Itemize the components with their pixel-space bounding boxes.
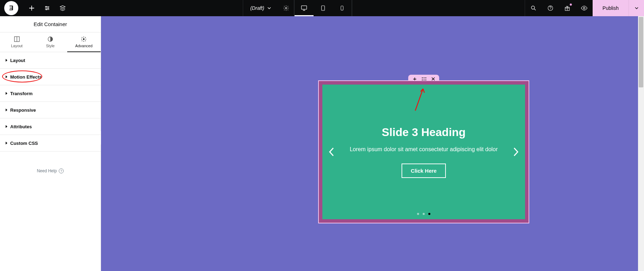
svg-point-9 [531, 6, 535, 9]
caret-right-icon [6, 125, 7, 128]
slide-dot-2[interactable] [423, 213, 425, 215]
slide-pagination [417, 213, 430, 215]
slide-next-button[interactable] [510, 144, 522, 160]
section-attributes[interactable]: Attributes [0, 118, 101, 135]
section-layout-label: Layout [10, 58, 25, 63]
topbar-center: (Draft) [70, 0, 525, 16]
notification-dot [569, 3, 572, 6]
slide-heading: Slide 3 Heading [382, 126, 466, 139]
main: Edit Container Layout Style Advanced Lay… [0, 16, 644, 271]
caret-right-icon [6, 142, 7, 144]
help-button[interactable] [542, 0, 559, 16]
publish-button[interactable]: Publish [593, 0, 629, 16]
svg-point-0 [45, 6, 47, 7]
desktop-icon [301, 5, 308, 12]
svg-point-18 [423, 78, 424, 79]
help-icon [547, 5, 554, 11]
help-icon: ? [59, 168, 64, 173]
caret-right-icon [6, 92, 7, 95]
editor-canvas[interactable]: Slide 3 Heading Lorem ipsum dolor sit am… [101, 16, 644, 271]
vertical-scrollbar[interactable] [638, 16, 644, 271]
finder-button[interactable] [525, 0, 542, 16]
structure-button[interactable] [55, 0, 70, 16]
tab-style[interactable]: Style [33, 32, 67, 52]
section-motion-effects-label: Motion Effects [10, 74, 42, 80]
slide-cta-button[interactable]: Click Here [402, 164, 446, 178]
svg-point-8 [342, 9, 342, 10]
tab-layout[interactable]: Layout [0, 32, 33, 52]
selected-container[interactable]: Slide 3 Heading Lorem ipsum dolor sit am… [318, 80, 529, 223]
svg-point-1 [48, 7, 49, 9]
slide-prev-button[interactable] [325, 144, 338, 160]
eye-icon [581, 5, 588, 12]
tab-style-label: Style [46, 44, 55, 48]
svg-point-16 [83, 38, 84, 40]
accordion: Layout Motion Effects Transform Responsi… [0, 52, 101, 152]
site-settings-button[interactable] [39, 0, 55, 16]
gift-icon [564, 5, 570, 11]
search-icon [530, 5, 537, 11]
caret-right-icon [6, 59, 7, 62]
tab-advanced-label: Advanced [75, 44, 93, 48]
svg-point-3 [285, 7, 287, 9]
slide-dot-3[interactable] [428, 213, 430, 215]
device-tablet[interactable] [314, 0, 333, 16]
svg-rect-4 [301, 6, 307, 9]
section-responsive-label: Responsive [10, 107, 36, 113]
whats-new-button[interactable] [559, 0, 576, 16]
caret-right-icon [6, 109, 7, 111]
section-custom-css[interactable]: Custom CSS [0, 135, 101, 152]
panel-tabs: Layout Style Advanced [0, 32, 101, 52]
gear-icon [81, 36, 87, 42]
mobile-icon [339, 5, 345, 11]
slide-dot-1[interactable] [417, 213, 419, 215]
svg-point-19 [425, 78, 426, 79]
section-layout[interactable]: Layout [0, 52, 101, 69]
tablet-icon [320, 5, 326, 11]
container-border: Slide 3 Heading Lorem ipsum dolor sit am… [318, 80, 529, 223]
section-attributes-label: Attributes [10, 124, 32, 129]
topbar-left: E [0, 0, 70, 16]
layers-icon [59, 5, 66, 11]
caret-right-icon [6, 75, 7, 78]
chevron-down-icon [267, 6, 271, 10]
device-desktop[interactable] [295, 0, 314, 16]
top-bar: E (Draft) [0, 0, 644, 16]
panel-title: Edit Container [0, 16, 101, 32]
svg-point-11 [550, 9, 550, 10]
publish-options-button[interactable] [629, 0, 644, 16]
editor-sidebar: Edit Container Layout Style Advanced Lay… [0, 16, 101, 271]
svg-point-13 [583, 7, 585, 9]
document-status[interactable]: (Draft) [243, 0, 278, 16]
style-icon [48, 36, 53, 42]
add-widget-button[interactable] [24, 0, 39, 16]
section-responsive[interactable]: Responsive [0, 102, 101, 118]
elementor-logo[interactable]: E [4, 1, 18, 15]
svg-point-17 [422, 78, 423, 79]
plus-icon [29, 5, 34, 11]
layout-icon [14, 36, 20, 42]
section-custom-css-label: Custom CSS [10, 141, 38, 146]
section-motion-effects[interactable]: Motion Effects [0, 69, 101, 85]
device-mobile[interactable] [333, 0, 352, 16]
draft-label: (Draft) [250, 5, 264, 11]
responsive-devices [294, 0, 352, 16]
section-transform[interactable]: Transform [0, 85, 101, 102]
need-help-link[interactable]: Need Help ? [0, 168, 101, 173]
slide-widget[interactable]: Slide 3 Heading Lorem ipsum dolor sit am… [322, 85, 525, 219]
svg-point-6 [323, 10, 323, 10]
preview-button[interactable] [576, 0, 593, 16]
page-settings-button[interactable] [278, 0, 294, 16]
scrollbar-thumb[interactable] [639, 17, 643, 87]
topbar-right: Publish [525, 0, 644, 16]
gear-icon [283, 5, 289, 11]
chevron-left-icon [329, 147, 334, 156]
section-transform-label: Transform [10, 91, 33, 96]
chevron-right-icon [513, 147, 519, 156]
slide-body: Lorem ipsum dolor sit amet consectetur a… [350, 145, 498, 154]
tab-advanced[interactable]: Advanced [67, 32, 101, 52]
sliders-icon [44, 5, 50, 11]
chevron-down-icon [634, 6, 639, 10]
elementor-logo-icon: E [9, 5, 13, 12]
svg-point-2 [46, 9, 47, 10]
